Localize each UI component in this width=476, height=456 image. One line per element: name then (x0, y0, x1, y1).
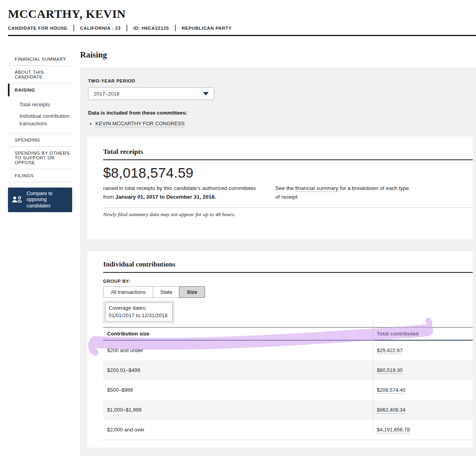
contributions-by-size-table: Contribution size Total contributed $200… (103, 327, 473, 440)
individual-contributions-title: Individual contributions (103, 260, 473, 268)
sidebar-link-individual-contribution-transactions[interactable]: Individual contribution transactions (19, 112, 72, 128)
meta-divider (127, 25, 127, 31)
compare-to-opposing-candidates-button[interactable]: Compare to opposing candidates (8, 188, 72, 213)
coverage-date-range: January 01, 2017 to December 31, 2018. (115, 194, 216, 200)
total-contributed-link[interactable]: $862,408.34 (377, 407, 405, 414)
contribution-size-cell: $200 and under (103, 347, 373, 353)
heading-rule (103, 159, 473, 160)
sidebar-item-filings[interactable]: FILINGS (8, 169, 72, 182)
table-row: $1,000–$1,999 $862,408.34 (103, 400, 473, 420)
table-row: $200.01–$499 $80,519.30 (103, 360, 473, 380)
group-by-label: GROUP BY: (103, 279, 473, 284)
raising-panel: TWO-YEAR PERIOD 2017–2018 Data is includ… (80, 67, 476, 456)
table-row: $500–$999 $208,574.40 (103, 380, 473, 400)
sidebar-item-spending[interactable]: SPENDING (8, 134, 72, 147)
candidate-name: MCCARTHY, KEVIN (8, 7, 476, 21)
compare-people-icon (12, 195, 23, 204)
compare-button-label: Compare to opposing candidates (27, 191, 69, 209)
meta-divider (175, 25, 176, 31)
tab-state[interactable]: State (153, 287, 179, 297)
bullet-icon: • (90, 121, 92, 127)
total-receipts-description: raised in total receipts by this candida… (103, 184, 259, 202)
tab-size[interactable]: Size (179, 286, 205, 298)
candidate-meta: CANDIDATE FOR HOUSE CALIFORNIA - 23 ID: … (8, 25, 476, 31)
contribution-size-cell: $1,000–$1,999 (103, 407, 373, 413)
total-contributed-link[interactable]: $29,422.67 (377, 347, 403, 354)
candidate-id: ID: H6CA22125 (133, 26, 169, 31)
filing-delay-note: Newly filed summary data may not appear … (103, 208, 473, 221)
sidebar-item-financial-summary[interactable]: FINANCIAL SUMMARY (8, 53, 72, 66)
total-contributed-link[interactable]: $4,191,656.78 (377, 427, 410, 433)
candidate-party: REPUBLICAN PARTY (182, 26, 232, 31)
sidebar-item-raising[interactable]: RAISING (8, 84, 72, 96)
sidebar-item-about-this-candidate[interactable]: ABOUT THIS CANDIDATE (8, 66, 72, 84)
total-contributed-link[interactable]: $208,574.40 (377, 387, 405, 394)
two-year-period-value: 2017–2018 (94, 91, 119, 97)
candidate-office: CANDIDATE FOR HOUSE (8, 26, 67, 31)
table-row: $200 and under $29,422.67 (103, 341, 473, 360)
header-rule (8, 35, 476, 36)
column-header-contribution-size: Contribution size (103, 331, 373, 337)
table-column-divider (373, 318, 373, 432)
two-year-period-select[interactable]: 2017–2018 (88, 87, 214, 100)
table-header-row: Contribution size Total contributed (103, 328, 473, 341)
two-year-period-label: TWO-YEAR PERIOD (88, 79, 473, 83)
coverage-dates-chip: Coverage dates: 01/01/2017 to 12/31/2018 (105, 303, 173, 322)
sidebar-item-spending-by-others[interactable]: SPENDING BY OTHERS TO SUPPORT OR OPPOSE (8, 147, 72, 169)
total-receipts-card: Total receipts $8,018,574.59 raised in t… (87, 136, 473, 239)
dropdown-arrow-icon (203, 92, 209, 96)
contribution-size-cell: $500–$999 (103, 387, 373, 393)
coverage-dates-chip-container: Coverage dates: 01/01/2017 to 12/31/2018 (103, 301, 175, 324)
tab-all-transactions[interactable]: All transactions (104, 287, 153, 297)
financial-summary-link[interactable]: financial summary (295, 185, 338, 192)
group-by-tabs: All transactions State Size (103, 286, 205, 298)
candidate-district: CALIFORNIA - 23 (80, 26, 121, 31)
total-receipts-title: Total receipts (103, 148, 473, 156)
candidate-header: MCCARTHY, KEVIN CANDIDATE FOR HOUSE CALI… (8, 7, 476, 31)
meta-divider (73, 25, 74, 31)
contribution-size-cell: $200.01–$499 (103, 367, 373, 373)
committee-link[interactable]: KEVIN MCCARTHY FOR CONGRESS (96, 121, 185, 127)
sidebar-nav: FINANCIAL SUMMARY ABOUT THIS CANDIDATE R… (8, 53, 72, 212)
total-contributed-link[interactable]: $80,519.30 (377, 367, 403, 374)
sidebar-link-total-receipts[interactable]: Total receipts (19, 101, 72, 109)
heading-rule (103, 272, 473, 273)
financial-summary-note: See the financial summary for a breakdow… (275, 184, 414, 202)
table-row: $2,000 and over $4,191,656.78 (103, 420, 473, 440)
total-receipts-amount: $8,018,574.59 (103, 165, 473, 181)
column-header-total-contributed: Total contributed (373, 331, 473, 337)
individual-contributions-card: Individual contributions GROUP BY: All t… (87, 251, 473, 448)
contribution-size-cell: $2,000 and over (103, 427, 373, 433)
committees-heading: Data is included from these committees: (88, 110, 473, 116)
committee-list-item: • KEVIN MCCARTHY FOR CONGRESS (90, 121, 473, 127)
sidebar-raising-sublinks: Total receipts Individual contribution t… (8, 96, 72, 134)
page-title: Raising (80, 50, 107, 60)
